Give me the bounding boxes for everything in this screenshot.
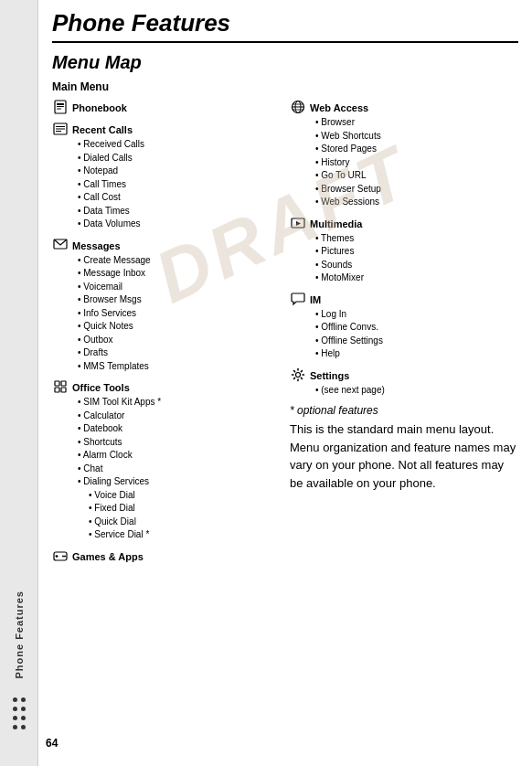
list-item: MMS Templates [78,360,281,374]
web-access-header: Web Access [310,102,368,113]
games-apps-section: Games & Apps [52,548,281,564]
list-item: Offline Settings [315,335,518,348]
im-section: IM Log In Offline Convs. Offline Setting… [290,291,518,361]
recent-calls-list: Received Calls Dialed Calls Notepad Call… [78,138,281,231]
list-item: Info Services [78,307,281,321]
list-item: Received Calls [78,138,281,152]
sidebar-label: Phone Features [14,590,25,679]
list-item: Voice Dial [78,489,281,503]
left-column: Phonebook Recent Calls Received Cal [52,99,281,569]
list-item: Themes [315,232,518,246]
svg-point-25 [296,372,301,377]
list-item: Web Shortcuts [315,130,518,144]
list-item: (see next page) [315,384,518,398]
svg-marker-24 [296,221,301,226]
list-item: Help [315,347,518,361]
list-item: Call Cost [78,191,281,205]
settings-list: (see next page) [315,384,518,398]
web-icon [290,99,306,115]
main-menu-label: Main Menu [52,80,518,93]
im-header: IM [310,294,321,305]
games-apps-text: Games & Apps [72,548,281,564]
list-item: Web Sessions [315,196,518,209]
multimedia-list: Themes Pictures Sounds MotoMixer [315,232,518,285]
list-item: Dialing Services [78,475,281,489]
list-item: Go To URL [315,169,518,183]
phonebook-icon [52,99,69,115]
multimedia-icon [290,215,306,231]
settings-text: Settings (see next page) [310,367,518,398]
list-item: Fixed Dial [78,502,281,516]
messages-icon [52,237,69,253]
svg-rect-3 [57,109,61,110]
sidebar-decoration [13,697,26,729]
list-item: Message Inbox [78,267,281,281]
list-item: Dialed Calls [78,152,281,165]
list-item: Calculator [78,410,281,423]
menu-grid: Phonebook Recent Calls Received Cal [52,99,518,569]
note-text-block: * optional features This is the standard… [290,404,518,492]
list-item: Quick Notes [78,320,281,334]
list-item: Log In [315,308,518,322]
web-access-text: Web Access Browser Web Shortcuts Stored … [310,99,518,209]
im-list: Log In Offline Convs. Offline Settings H… [315,308,518,361]
office-tools-section: Office Tools SIM Tool Kit Apps * Calcula… [52,378,281,542]
list-item: Browser [315,116,518,130]
office-tools-text: Office Tools SIM Tool Kit Apps * Calcula… [72,378,281,542]
svg-rect-7 [56,131,61,132]
im-icon [290,291,306,307]
svg-rect-9 [55,381,59,386]
list-item: Data Volumes [78,218,281,231]
list-item: Quick Dial [78,516,281,529]
page-title: Phone Features [52,9,518,43]
svg-rect-6 [56,129,65,130]
list-item: Voicemail [78,281,281,294]
multimedia-section: Multimedia Themes Pictures Sounds MotoMi… [290,215,518,285]
games-apps-header: Games & Apps [72,551,144,562]
list-item: Offline Convs. [315,321,518,335]
note-section: * optional features This is the standard… [290,404,518,492]
list-item: Drafts [78,346,281,360]
list-item: SIM Tool Kit Apps * [78,396,281,410]
list-item: Sounds [315,259,518,272]
list-item: Datebook [78,422,281,436]
multimedia-header: Multimedia [310,218,362,229]
list-item: Notepad [78,165,281,178]
list-item: Service Dial * [78,528,281,542]
list-item: Browser Setup [315,183,518,197]
messages-list: Create Message Message Inbox Voicemail B… [78,254,281,374]
im-text: IM Log In Offline Convs. Offline Setting… [310,291,518,361]
main-content: Phone Features Menu Map Main Menu DRAFT [38,0,532,766]
list-item: Pictures [315,245,518,259]
recent-calls-header: Recent Calls [72,124,133,135]
list-item: Stored Pages [315,143,518,156]
web-access-section: Web Access Browser Web Shortcuts Stored … [290,99,518,209]
page-number: 64 [46,737,58,750]
recent-calls-section: Recent Calls Received Calls Dialed Calls… [52,121,281,231]
list-item: MotoMixer [315,271,518,285]
list-item: Call Times [78,178,281,192]
list-item: Chat [78,463,281,476]
office-tools-list: SIM Tool Kit Apps * Calculator Datebook … [78,396,281,542]
svg-rect-5 [56,126,65,127]
right-column: Web Access Browser Web Shortcuts Stored … [290,99,518,569]
settings-header: Settings [310,370,349,381]
settings-section: Settings (see next page) [290,367,518,398]
recent-calls-icon [52,121,69,137]
settings-icon [290,367,306,383]
list-item: Data Times [78,205,281,218]
phonebook-section: Phonebook [52,99,281,115]
svg-point-15 [64,555,66,557]
phonebook-header: Phonebook [72,102,127,113]
svg-rect-1 [57,103,64,105]
web-access-list: Browser Web Shortcuts Stored Pages Histo… [315,116,518,209]
phonebook-text: Phonebook [72,99,281,115]
svg-point-14 [62,555,64,557]
list-item: Outbox [78,334,281,347]
note-description: This is the standard main menu layout. M… [290,420,518,492]
list-item: History [315,156,518,170]
messages-header: Messages [72,240,121,251]
office-tools-icon [52,378,69,395]
section-title: Menu Map [52,52,518,73]
list-item: Shortcuts [78,436,281,450]
